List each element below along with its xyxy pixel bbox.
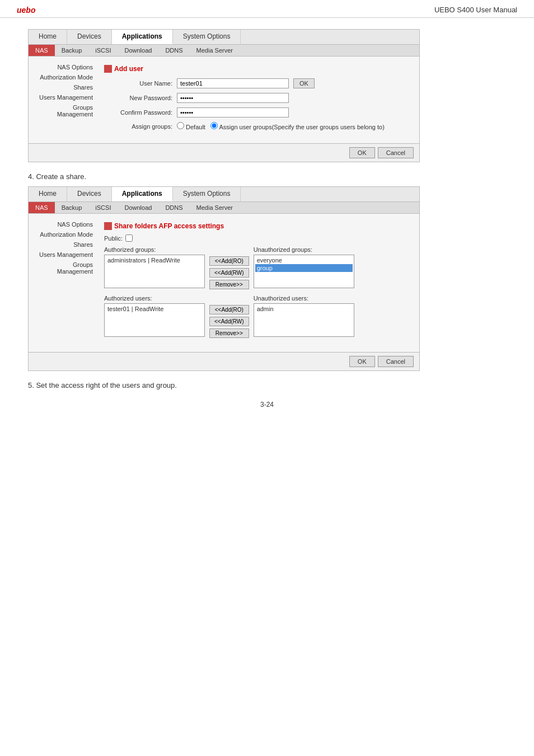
unauthorized-groups-box: Unauthorized groups: everyone group [254, 246, 354, 288]
panel-footer-1: OK Cancel [29, 143, 419, 162]
tab-system-options-2[interactable]: System Options [173, 187, 241, 201]
page-header: uebo UEBO S400 User Manual [0, 0, 534, 18]
unauthorized-users-label: Unauthorized users: [254, 295, 354, 302]
unauthorized-group-item-2: group [255, 264, 353, 272]
authorized-users-label: Authorized users: [104, 295, 205, 302]
authorized-user-item-1: tester01 | ReadWrite [106, 305, 203, 313]
sub-nav-iscsi-2[interactable]: iSCSI [88, 202, 118, 213]
panel-share-folders: Home Devices Applications System Options… [28, 186, 420, 371]
groups-add-rw-btn[interactable]: <<Add(RW) [209, 268, 249, 278]
panel-body-2: NAS Options Authorization Mode Shares Us… [29, 214, 419, 352]
groups-btn-col: <<Add(RO) <<Add(RW) Remove>> [209, 246, 249, 289]
tab-devices-2[interactable]: Devices [67, 187, 112, 201]
manual-title: UEBO S400 User Manual [434, 6, 517, 15]
ok-button-1[interactable]: OK [349, 147, 375, 158]
step5-label: 5. Set the access right of the users and… [28, 381, 506, 389]
sidebar-users-mgmt-1[interactable]: Users Management [34, 92, 96, 102]
sub-nav-download-2[interactable]: Download [118, 202, 158, 213]
sidebar-auth-mode-1[interactable]: Authorization Mode [34, 72, 96, 82]
sidebar-groups-mgmt-1[interactable]: Groups Management [34, 102, 96, 119]
sidebar-shares-2[interactable]: Shares [34, 240, 96, 250]
users-add-rw-btn[interactable]: <<Add(RW) [209, 317, 249, 326]
assign-user-groups-radio[interactable] [210, 122, 218, 129]
sidebar-nas-options-1[interactable]: NAS Options [34, 62, 96, 72]
sub-nav-nas-2[interactable]: NAS [29, 202, 55, 213]
sidebar-auth-mode-2[interactable]: Authorization Mode [34, 229, 96, 240]
authorized-users-list[interactable]: tester01 | ReadWrite [104, 303, 205, 337]
page-number: 3-24 [28, 401, 506, 408]
sub-nav-backup-1[interactable]: Backup [55, 45, 89, 56]
sub-nav-media-server-2[interactable]: Media Server [190, 202, 240, 213]
tab-applications-2[interactable]: Applications [112, 187, 173, 201]
nav-bar-2: Home Devices Applications System Options [29, 187, 419, 202]
sidebar-users-mgmt-2[interactable]: Users Management [34, 250, 96, 260]
groups-add-ro-btn[interactable]: <<Add(RO) [209, 256, 249, 266]
main-area-2: Share folders AFP access settings Public… [101, 219, 414, 346]
sub-nav-download-1[interactable]: Download [118, 45, 158, 56]
sidebar-nas-options-2[interactable]: NAS Options [34, 219, 96, 229]
username-row: User Name: OK [104, 78, 411, 88]
sub-nav-2: NAS Backup iSCSI Download DDNS Media Ser… [29, 202, 419, 214]
tab-devices-1[interactable]: Devices [67, 30, 112, 44]
sidebar-shares-1[interactable]: Shares [34, 82, 96, 92]
new-password-input[interactable] [177, 93, 289, 103]
new-password-label: New Password: [104, 95, 177, 101]
sub-nav-1: NAS Backup iSCSI Download DDNS Media Ser… [29, 45, 419, 57]
cancel-button-2[interactable]: Cancel [378, 356, 414, 367]
panel-add-user: Home Devices Applications System Options… [28, 29, 420, 162]
ok-button-2[interactable]: OK [349, 356, 375, 367]
users-access-container: Authorized users: tester01 | ReadWrite <… [104, 295, 411, 338]
tab-applications-1[interactable]: Applications [112, 30, 173, 44]
share-icon [104, 222, 112, 230]
unauthorized-groups-label: Unauthorized groups: [254, 246, 354, 253]
nav-bar-1: Home Devices Applications System Options [29, 30, 419, 45]
users-add-ro-btn[interactable]: <<Add(RO) [209, 305, 249, 314]
assign-groups-label: Assign groups: [104, 122, 177, 130]
sub-nav-media-server-1[interactable]: Media Server [190, 45, 240, 56]
authorized-groups-box: Authorized groups: administrators | Read… [104, 246, 205, 288]
unauthorized-users-box: Unauthorized users: admin [254, 295, 354, 337]
authorized-groups-list[interactable]: administrators | ReadWrite [104, 255, 205, 288]
assign-groups-text: Default Assign user groups(Specify the u… [177, 122, 385, 130]
username-label: User Name: [104, 80, 177, 87]
sub-nav-ddns-1[interactable]: DDNS [158, 45, 189, 56]
authorized-users-box: Authorized users: tester01 | ReadWrite [104, 295, 205, 337]
cancel-button-1[interactable]: Cancel [378, 147, 414, 158]
main-area-1: Add user User Name: OK New Password: Con… [101, 62, 414, 138]
username-input[interactable] [177, 78, 289, 88]
public-checkbox[interactable] [125, 234, 133, 242]
add-user-title: Add user [104, 65, 411, 73]
groups-access-container: Authorized groups: administrators | Read… [104, 246, 411, 289]
authorized-group-item-1: administrators | ReadWrite [106, 256, 203, 264]
users-remove-btn[interactable]: Remove>> [209, 328, 249, 338]
confirm-password-input[interactable] [177, 107, 289, 118]
sidebar-2: NAS Options Authorization Mode Shares Us… [34, 219, 101, 346]
confirm-password-row: Confirm Password: [104, 107, 411, 118]
unauthorized-groups-list[interactable]: everyone group [254, 255, 354, 288]
sub-nav-iscsi-1[interactable]: iSCSI [88, 45, 118, 56]
unauthorized-group-item-1: everyone [255, 256, 353, 264]
users-btn-col: <<Add(RO) <<Add(RW) Remove>> [209, 295, 249, 338]
assign-groups-row: Assign groups: Default Assign user group… [104, 122, 411, 130]
groups-remove-btn[interactable]: Remove>> [209, 280, 249, 289]
sub-nav-ddns-2[interactable]: DDNS [158, 202, 189, 213]
unauthorized-users-list[interactable]: admin [254, 303, 354, 337]
tab-home-2[interactable]: Home [29, 187, 67, 201]
step4-label: 4. Create a share. [28, 172, 506, 181]
sub-nav-nas-1[interactable]: NAS [29, 45, 55, 56]
username-ok-button[interactable]: OK [293, 78, 315, 88]
confirm-password-label: Confirm Password: [104, 109, 177, 116]
tab-system-options-1[interactable]: System Options [173, 30, 241, 44]
panel-footer-2: OK Cancel [29, 352, 419, 370]
public-label: Public: [104, 235, 123, 242]
panel-body-1: NAS Options Authorization Mode Shares Us… [29, 57, 419, 143]
sub-nav-backup-2[interactable]: Backup [55, 202, 89, 213]
brand-logo: uebo [17, 6, 35, 15]
sidebar-1: NAS Options Authorization Mode Shares Us… [34, 62, 101, 138]
page-content: Home Devices Applications System Options… [0, 18, 534, 420]
tab-home-1[interactable]: Home [29, 30, 67, 44]
authorized-groups-label: Authorized groups: [104, 246, 205, 253]
sidebar-groups-mgmt-2[interactable]: Groups Management [34, 260, 96, 276]
assign-default-radio[interactable] [177, 122, 184, 129]
new-password-row: New Password: [104, 93, 411, 103]
